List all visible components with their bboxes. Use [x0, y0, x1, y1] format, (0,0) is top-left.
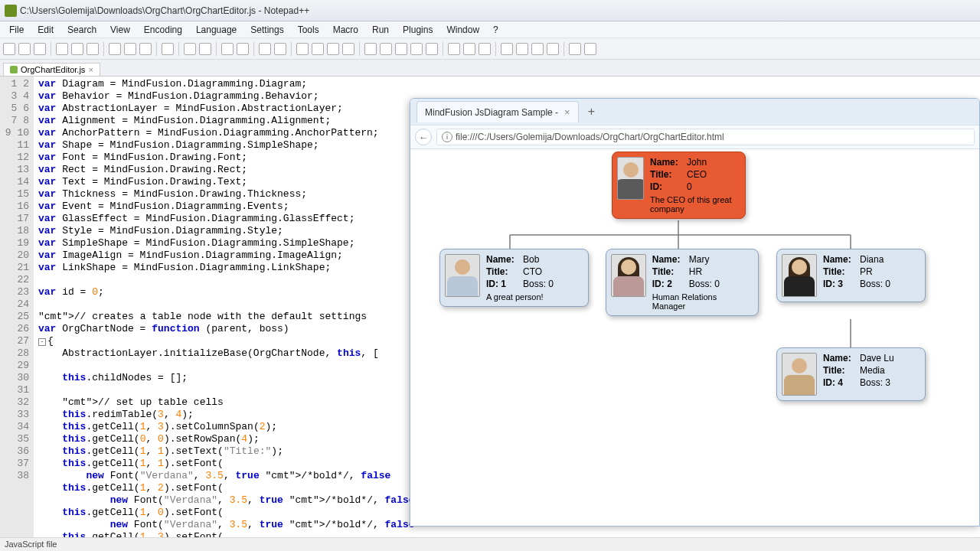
browser-tab-active[interactable]: MindFusion JsDiagram Sample - × — [416, 101, 579, 122]
org-node-diana[interactable]: Name:Diana Title:PR ID: 3Boss: 0 — [776, 249, 926, 302]
value-title: CEO — [687, 169, 707, 180]
label-title: Title: — [823, 365, 855, 376]
toolbar-icon[interactable] — [426, 43, 438, 55]
value-title: HR — [689, 266, 702, 277]
value-desc: A great person! — [486, 292, 554, 302]
label-id: ID: 2 — [652, 279, 684, 289]
value-title: PR — [860, 266, 873, 277]
toolbar-icon[interactable] — [342, 43, 354, 55]
new-tab-button[interactable]: + — [583, 103, 599, 120]
menu-file[interactable]: File — [3, 23, 30, 37]
toolbar-icon[interactable] — [124, 43, 136, 55]
toolbar-icon[interactable] — [410, 43, 423, 55]
menu-view[interactable]: View — [104, 23, 136, 37]
label-boss: Boss: 0 — [523, 279, 554, 289]
toolbar-icon[interactable] — [479, 43, 491, 55]
status-bar: JavaScript file — [0, 537, 980, 551]
label-boss: Boss: 0 — [689, 279, 720, 289]
label-name: Name: — [650, 157, 682, 168]
value-name: Mary — [689, 254, 710, 265]
npp-file-tabs: OrgChartEditor.js × — [0, 60, 980, 77]
toolbar-icon[interactable] — [312, 43, 324, 55]
info-icon[interactable]: i — [442, 132, 452, 142]
close-icon[interactable]: × — [88, 65, 93, 74]
browser-address-bar: ← i file:///C:/Users/Golemija/Downloads/… — [410, 125, 979, 149]
toolbar-icon[interactable] — [139, 43, 152, 55]
toolbar-icon[interactable] — [18, 43, 31, 55]
toolbar-icon[interactable] — [109, 43, 121, 55]
menu-macro[interactable]: Macro — [327, 23, 364, 37]
toolbar-icon[interactable] — [395, 43, 407, 55]
toolbar-icon[interactable] — [34, 43, 46, 55]
label-name: Name: — [823, 353, 855, 364]
file-tab-active[interactable]: OrgChartEditor.js × — [3, 63, 100, 76]
org-node-mary[interactable]: Name:Mary Title:HR ID: 2Boss: 0 Human Re… — [606, 249, 759, 316]
toolbar-icon[interactable] — [380, 43, 392, 55]
avatar — [782, 254, 817, 297]
toolbar-icon[interactable] — [547, 43, 559, 55]
browser-window: MindFusion JsDiagram Sample - × + ← i fi… — [410, 98, 980, 527]
org-node-root[interactable]: Name:John Title:CEO ID:0 The CEO of this… — [612, 152, 746, 219]
menu-?[interactable]: ? — [487, 23, 505, 37]
toolbar-icon[interactable] — [71, 43, 83, 55]
value-title: Media — [860, 365, 885, 376]
menu-plugins[interactable]: Plugins — [397, 23, 439, 37]
menu-run[interactable]: Run — [366, 23, 395, 37]
label-id: ID: 3 — [823, 279, 855, 289]
toolbar-icon[interactable] — [463, 43, 475, 55]
close-icon[interactable]: × — [564, 106, 570, 118]
toolbar-icon[interactable] — [516, 43, 528, 55]
menu-edit[interactable]: Edit — [31, 23, 60, 37]
menu-window[interactable]: Window — [440, 23, 485, 37]
avatar — [782, 353, 817, 396]
value-desc: The CEO of this great company — [650, 195, 739, 214]
toolbar-icon[interactable] — [237, 43, 249, 55]
label-name: Name: — [652, 254, 684, 265]
value-name: John — [687, 157, 707, 168]
value-name: Bob — [523, 254, 539, 265]
toolbar-icon[interactable] — [3, 43, 15, 55]
org-node-dave[interactable]: Name:Dave Lu Title:Media ID: 4Boss: 3 — [776, 347, 926, 401]
toolbar-icon[interactable] — [87, 43, 99, 55]
back-button[interactable]: ← — [415, 129, 432, 145]
app-icon — [5, 5, 17, 17]
toolbar-icon[interactable] — [531, 43, 544, 55]
toolbar-icon[interactable] — [199, 43, 211, 55]
value-name: Dave Lu — [860, 353, 894, 364]
toolbar-icon[interactable] — [584, 43, 596, 55]
value-id: 0 — [687, 181, 692, 192]
toolbar-icon[interactable] — [364, 43, 377, 55]
org-node-bob[interactable]: Name:Bob Title:CTO ID: 1Boss: 0 A great … — [439, 249, 589, 307]
toolbar-icon[interactable] — [296, 43, 309, 55]
menu-encoding[interactable]: Encoding — [138, 23, 188, 37]
toolbar-icon[interactable] — [274, 43, 286, 55]
menu-search[interactable]: Search — [61, 23, 103, 37]
menu-tools[interactable]: Tools — [292, 23, 325, 37]
menu-settings[interactable]: Settings — [244, 23, 289, 37]
browser-tab-title: MindFusion JsDiagram Sample - — [425, 107, 558, 118]
npp-menu-bar: FileEditSearchViewEncodingLanguageSettin… — [0, 21, 980, 38]
url-field[interactable]: i file:///C:/Users/Golemija/Downloads/Or… — [436, 129, 975, 145]
toolbar-icon[interactable] — [259, 43, 271, 55]
label-id: ID: 4 — [823, 377, 855, 388]
toolbar-icon[interactable] — [184, 43, 196, 55]
label-title: Title: — [652, 266, 684, 277]
toolbar-icon[interactable] — [56, 43, 68, 55]
url-text: file:///C:/Users/Golemija/Downloads/OrgC… — [456, 132, 724, 142]
toolbar-icon[interactable] — [448, 43, 460, 55]
label-id: ID: 1 — [486, 279, 518, 289]
toolbar-icon[interactable] — [162, 43, 174, 55]
browser-tab-strip: MindFusion JsDiagram Sample - × + — [410, 99, 979, 125]
npp-title-bar[interactable]: C:\Users\Golemija\Downloads\OrgChart\Org… — [0, 0, 980, 21]
toolbar-icon[interactable] — [501, 43, 513, 55]
value-name: Diana — [860, 254, 884, 265]
label-boss: Boss: 0 — [860, 279, 890, 289]
toolbar-icon[interactable] — [569, 43, 581, 55]
menu-language[interactable]: Language — [190, 23, 243, 37]
label-id: ID: — [650, 181, 682, 192]
label-title: Title: — [823, 266, 855, 277]
label-name: Name: — [823, 254, 855, 265]
browser-viewport[interactable]: Name:John Title:CEO ID:0 The CEO of this… — [410, 149, 979, 526]
toolbar-icon[interactable] — [327, 43, 339, 55]
toolbar-icon[interactable] — [221, 43, 234, 55]
